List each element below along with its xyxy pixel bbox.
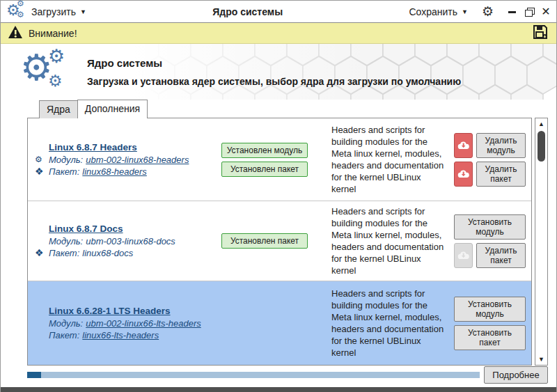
download-module-icon-button[interactable] xyxy=(454,133,473,158)
tab-addons[interactable]: Дополнения xyxy=(77,100,148,118)
package-icon: ❖ xyxy=(35,248,49,258)
footer: Подробнее xyxy=(1,366,556,387)
page-title: Ядро системы xyxy=(87,57,461,69)
window-controls: ✕ xyxy=(508,7,551,17)
install-module-button[interactable]: Установить модуль xyxy=(454,297,526,322)
warning-label: Внимание! xyxy=(29,28,533,39)
scrollbar[interactable]: ▲ ▼ xyxy=(535,118,548,366)
status-badge-module-installed: Установлен модуль xyxy=(221,143,308,158)
save-menu-label: Сохранить xyxy=(409,6,457,17)
load-menu-button[interactable]: Загрузить ▼ xyxy=(27,3,91,20)
minimize-button[interactable] xyxy=(508,7,517,17)
module-label: Модуль: xyxy=(49,236,83,246)
chevron-down-icon: ▼ xyxy=(80,8,86,15)
close-button[interactable]: ✕ xyxy=(541,7,551,17)
window-title: Ядро системы xyxy=(91,6,405,17)
module-gears-icon: ⚙ xyxy=(35,155,49,164)
install-module-button[interactable]: Установить модуль xyxy=(454,214,526,240)
module-link[interactable]: ubm-002-linux66-lts-headers xyxy=(86,318,201,329)
package-value: linux68-docs xyxy=(82,248,133,258)
list-item[interactable]: Linux 6.8.7 Docs Модуль: ubm-003-linux68… xyxy=(28,201,531,281)
page-header: ⚙ ⚙ ⚙ Ядро системы Загрузка и установка … xyxy=(1,44,556,100)
list-item-selected[interactable]: Linux 6.6.28-1 LTS Headers Модуль: ubm-0… xyxy=(28,281,531,365)
addon-title-link[interactable]: Linux 6.6.28-1 LTS Headers xyxy=(49,306,171,316)
module-link[interactable]: ubm-002-linux68-headers xyxy=(86,155,189,165)
package-label: Пакет: xyxy=(49,166,79,177)
package-label: Пакет: xyxy=(49,248,79,258)
progress-bar-fill xyxy=(27,372,41,378)
module-label: Модуль: xyxy=(49,155,83,165)
page-subtitle: Загрузка и установка ядер системы, выбор… xyxy=(87,76,461,87)
remove-package-button[interactable]: Удалить пакет xyxy=(476,162,526,187)
remove-module-button[interactable]: Удалить модуль xyxy=(476,133,526,158)
addon-title-link[interactable]: Linux 6.8.7 Docs xyxy=(49,224,123,234)
warning-triangle-icon xyxy=(8,25,24,42)
gear-icon: ⚙ xyxy=(17,10,24,19)
addon-title-link[interactable]: Linux 6.8.7 Headers xyxy=(49,142,137,152)
scroll-up-icon[interactable]: ▲ xyxy=(535,118,547,130)
gear-icon: ⚙ xyxy=(17,0,24,8)
install-package-button[interactable]: Установить пакет xyxy=(454,325,526,350)
save-menu-button[interactable]: Сохранить ▼ xyxy=(405,3,472,20)
scroll-down-icon[interactable]: ▼ xyxy=(535,354,547,365)
progress-bar xyxy=(27,372,480,378)
list-item[interactable]: Linux 6.8.7 Headers ⚙ Модуль: ubm-002-li… xyxy=(28,118,531,201)
load-menu-label: Загрузить xyxy=(31,6,76,17)
download-package-icon-button[interactable] xyxy=(454,162,473,187)
tab-bar: Ядра Дополнения xyxy=(1,100,556,118)
scrollbar-track[interactable] xyxy=(535,130,547,354)
settings-gear-icon[interactable]: ⚙ xyxy=(482,5,494,18)
maximize-button[interactable] xyxy=(524,7,534,17)
addon-description: Headers and scripts for building modules… xyxy=(331,205,454,276)
title-bar: ⚙ ⚙ ⚙ Загрузить ▼ Ядро системы Сохранить… xyxy=(1,1,556,23)
package-icon: ❖ xyxy=(35,166,49,176)
package-label: Пакет: xyxy=(49,330,79,340)
gear-icon: ⚙ xyxy=(48,45,65,68)
addons-list: Linux 6.8.7 Headers ⚙ Модуль: ubm-002-li… xyxy=(27,118,532,366)
details-button[interactable]: Подробнее xyxy=(484,366,548,384)
window-bottom-edge xyxy=(1,387,556,392)
download-package-icon-button-disabled xyxy=(454,243,473,268)
app-logo-gears-icon: ⚙ ⚙ ⚙ xyxy=(6,3,27,21)
scrollbar-thumb[interactable] xyxy=(538,131,545,162)
chevron-down-icon: ▼ xyxy=(462,8,468,15)
package-link[interactable]: linux68-headers xyxy=(82,166,147,177)
app-window: ⚙ ⚙ ⚙ Загрузить ▼ Ядро системы Сохранить… xyxy=(0,0,557,392)
remove-package-button[interactable]: Удалить пакет xyxy=(476,243,526,268)
module-value: ubm-003-linux68-docs xyxy=(86,236,175,246)
module-label: Модуль: xyxy=(49,318,83,329)
status-badge-package-installed: Установлен пакет xyxy=(221,162,308,177)
kernel-gears-icon: ⚙ ⚙ ⚙ xyxy=(20,49,74,94)
save-report-icon[interactable] xyxy=(533,24,549,42)
status-badge-package-installed: Установлен пакет xyxy=(221,233,308,249)
gear-icon: ⚙ xyxy=(48,72,63,91)
package-link[interactable]: linux66-lts-headers xyxy=(82,330,159,340)
addon-description: Headers and scripts for building modules… xyxy=(331,288,454,359)
addon-description: Headers and scripts for building modules… xyxy=(331,124,454,195)
tab-kernels[interactable]: Ядра xyxy=(39,100,78,118)
warning-bar: Внимание! xyxy=(1,23,556,44)
